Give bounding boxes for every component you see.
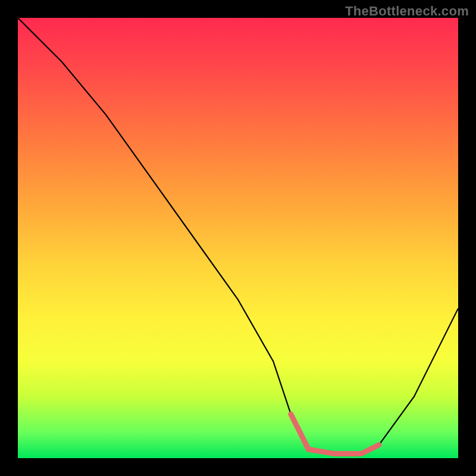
chart-overlay (18, 18, 458, 458)
main-curve (18, 18, 458, 454)
watermark-text: TheBottleneck.com (345, 4, 469, 19)
chart-frame: TheBottleneck.com (0, 0, 476, 476)
highlight-segment (291, 414, 379, 454)
